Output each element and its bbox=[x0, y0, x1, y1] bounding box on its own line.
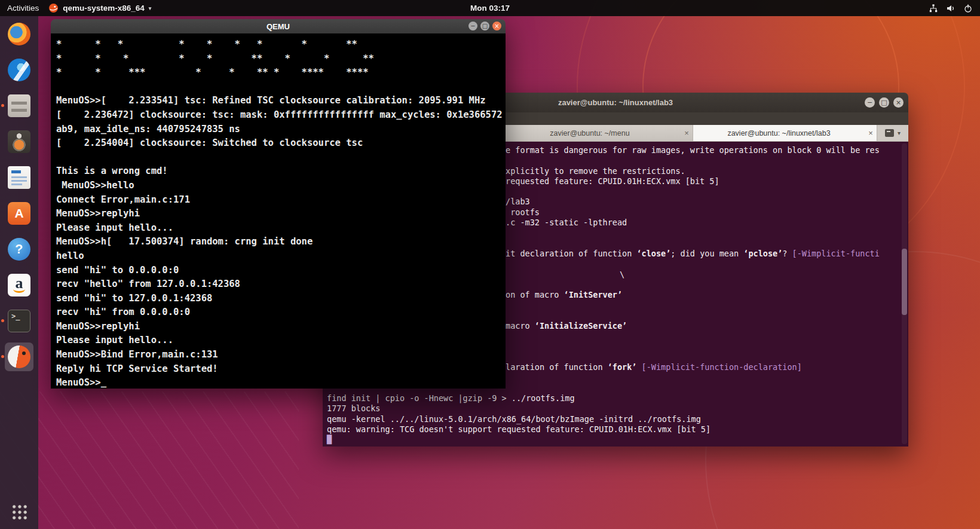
qemu-output-line: [ 2.236472] clocksource: tsc: mask: 0xff… bbox=[56, 108, 506, 123]
help-icon bbox=[8, 238, 30, 261]
qemu-output-line bbox=[56, 80, 506, 94]
qemu-output-line: MenuOS>>Bind Error,main.c:131 bbox=[56, 348, 506, 362]
qemu-output-line: * * * * * * * * ** bbox=[56, 38, 506, 52]
qemu-output-line: MenuOS>>replyhi bbox=[56, 207, 506, 221]
dock-item-firefox[interactable] bbox=[5, 20, 33, 48]
top-bar: Activities qemu-system-x86_64 ▾ Mon 03:1… bbox=[0, 0, 980, 16]
power-icon bbox=[963, 4, 973, 13]
clock[interactable]: Mon 03:17 bbox=[470, 4, 510, 13]
qemu-output-line: ab9, max_idle_ns: 440795247835 ns bbox=[56, 123, 506, 137]
show-apps-icon bbox=[11, 504, 27, 520]
terminal-window-controls: − □ × bbox=[865, 97, 904, 108]
qemu-output-line: * * * * * ** * * ** bbox=[56, 52, 506, 66]
dock-item-thunderbird[interactable] bbox=[5, 56, 33, 84]
files-icon bbox=[8, 94, 30, 117]
tab-list-icon[interactable] bbox=[885, 129, 894, 137]
close-icon[interactable]: × bbox=[492, 22, 501, 30]
qemu-output-line: send "hi" to 0.0.0.0:0 bbox=[56, 264, 506, 278]
qemu-window[interactable]: QEMU − □ × * * * * * * * * *** * * * * *… bbox=[51, 19, 506, 389]
qemu-output-line: recv "hello" from 127.0.0.1:42368 bbox=[56, 277, 506, 292]
terminal-tab-2[interactable]: zavier@ubuntu: ~/linuxnet/lab3× bbox=[693, 125, 877, 141]
qemu-output-line: [ 2.254004] clocksource: Switched to clo… bbox=[56, 136, 506, 151]
running-indicator bbox=[1, 319, 4, 322]
thunderbird-icon bbox=[8, 59, 30, 81]
network-icon bbox=[929, 4, 938, 13]
maximize-icon[interactable]: □ bbox=[480, 22, 489, 30]
qemu-output-line: MenuOS>>hello bbox=[56, 179, 506, 193]
app-menu-label: qemu-system-x86_64 bbox=[63, 4, 145, 13]
terminal-scrollbar[interactable] bbox=[902, 143, 907, 444]
dock-item-writer[interactable] bbox=[5, 163, 33, 192]
qemu-terminal-output[interactable]: * * * * * * * * *** * * * * ** * * *** *… bbox=[51, 33, 506, 389]
qemu-window-title: QEMU bbox=[267, 22, 290, 31]
terminal-output-line: █ bbox=[327, 435, 900, 445]
running-indicator bbox=[1, 104, 4, 107]
minimize-icon[interactable]: − bbox=[865, 97, 875, 108]
show-apps-button[interactable] bbox=[0, 494, 38, 529]
qemu-app-icon bbox=[48, 3, 59, 13]
wallpaper-lines-decoration bbox=[0, 392, 299, 529]
activities-button[interactable]: Activities bbox=[7, 4, 39, 13]
volume-icon bbox=[946, 4, 956, 13]
dock-item-amazon[interactable] bbox=[5, 271, 33, 299]
minimize-icon[interactable]: − bbox=[468, 22, 477, 30]
firefox-icon bbox=[8, 23, 30, 45]
app-menu-button[interactable]: qemu-system-x86_64 ▾ bbox=[48, 3, 151, 13]
rhythmbox-icon bbox=[8, 130, 30, 153]
qemu-output-line: MenuOS>>h[ 17.500374] random: crng init … bbox=[56, 235, 506, 249]
qemu-output-line: Please input hello... bbox=[56, 334, 506, 348]
tab-title: zavier@ubuntu: ~/menu bbox=[499, 129, 681, 137]
dock-item-files[interactable] bbox=[5, 91, 33, 120]
writer-icon bbox=[8, 166, 30, 189]
terminal-cursor: █ bbox=[327, 435, 332, 444]
qemu-output-line: Connect Error,main.c:171 bbox=[56, 193, 506, 207]
dock-item-rhythmbox[interactable] bbox=[5, 127, 33, 156]
dock-item-software[interactable] bbox=[5, 199, 33, 228]
desktop: zavier@ubuntu: ~/linuxnet/lab3 − □ × Fil… bbox=[0, 0, 980, 529]
terminal-output-line: qemu: warning: TCG doesn't support reque… bbox=[327, 424, 900, 435]
dock-apps bbox=[0, 16, 38, 494]
tab-title: zavier@ubuntu: ~/linuxnet/lab3 bbox=[693, 129, 865, 137]
qemu-output-line: send "hi" to 127.0.0.1:42368 bbox=[56, 292, 506, 306]
chevron-down-icon: ▾ bbox=[149, 5, 152, 11]
qemu-output-line: MenuOS>>_ bbox=[56, 376, 506, 389]
qemu-output-line: recv "hi" from 0.0.0.0:0 bbox=[56, 305, 506, 320]
dock bbox=[0, 16, 38, 529]
dock-item-terminal[interactable] bbox=[5, 307, 33, 335]
qemu-titlebar[interactable]: QEMU − □ × bbox=[51, 19, 506, 33]
qemu-output-line: hello bbox=[56, 249, 506, 264]
software-icon bbox=[8, 202, 30, 225]
maximize-icon[interactable]: □ bbox=[879, 97, 889, 108]
chevron-down-icon[interactable]: ▾ bbox=[898, 130, 901, 136]
terminal-output-line: 1777 blocks bbox=[327, 403, 900, 414]
dock-item-help[interactable] bbox=[5, 235, 33, 264]
tab-bar-extra: ▾ bbox=[877, 125, 908, 141]
dock-item-qemu[interactable] bbox=[5, 343, 33, 371]
qemu-output-line: This is a wrong cmd! bbox=[56, 164, 506, 179]
qemu-window-controls: − □ × bbox=[468, 22, 501, 30]
qemu-output-line bbox=[56, 151, 506, 165]
amazon-icon bbox=[8, 274, 30, 296]
terminal-output-line: qemu -kernel ../../linux-5.0.1/arch/x86_… bbox=[327, 414, 900, 424]
qemu-output-line: Please input hello... bbox=[56, 221, 506, 236]
scrollbar-thumb[interactable] bbox=[902, 249, 907, 315]
terminal-output-line: find init | cpio -o -Hnewc |gzip -9 > ..… bbox=[327, 393, 900, 403]
terminal-icon bbox=[8, 310, 30, 332]
qemu-output-line: MenuOS>>[ 2.233541] tsc: Refined TSC clo… bbox=[56, 94, 506, 108]
qemu-icon bbox=[8, 345, 30, 368]
tab-close-icon[interactable]: × bbox=[681, 129, 693, 137]
tab-close-icon[interactable]: × bbox=[865, 129, 877, 137]
terminal-window-title: zavier@ubuntu: ~/linuxnet/lab3 bbox=[558, 98, 673, 107]
running-indicator bbox=[1, 355, 4, 358]
system-status-area[interactable] bbox=[929, 4, 973, 13]
qemu-output-line: Reply hi TCP Service Started! bbox=[56, 362, 506, 377]
qemu-output-line: MenuOS>>replyhi bbox=[56, 320, 506, 334]
qemu-output-line: * * *** * * ** * **** **** bbox=[56, 66, 506, 80]
close-icon[interactable]: × bbox=[893, 97, 904, 108]
